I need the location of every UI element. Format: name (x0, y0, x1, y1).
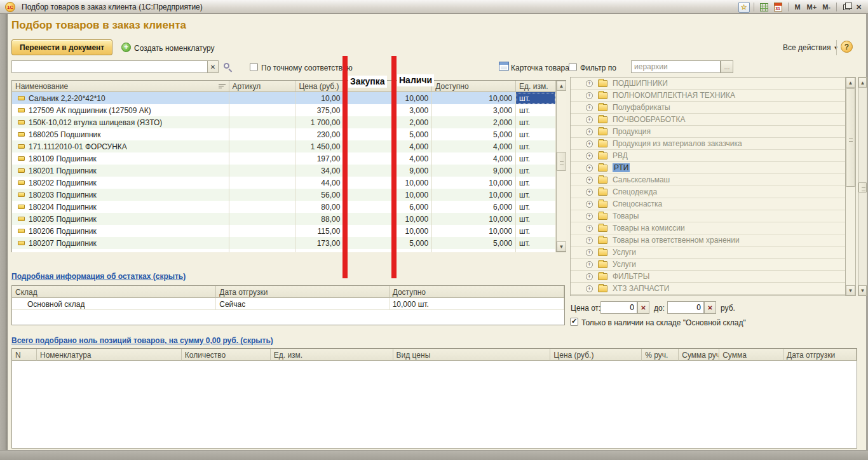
restore-window-button[interactable] (841, 2, 851, 13)
table-row[interactable]: 180202 Подшипник44,0010,00010,000шт. (12, 177, 556, 189)
column-header[interactable]: Количество (182, 349, 271, 361)
column-header[interactable]: % руч. (642, 349, 679, 361)
tree-scrollbar[interactable]: ▲ ▼ (845, 78, 855, 295)
expand-icon[interactable]: + (586, 140, 593, 147)
search-clear-button[interactable]: ✕ (207, 60, 219, 73)
expand-icon[interactable]: + (586, 273, 593, 280)
tree-item[interactable]: +Услуги (571, 247, 855, 259)
column-header[interactable]: Сумма руч. (679, 349, 719, 361)
column-header[interactable]: Ед. изм. (271, 349, 393, 361)
expand-icon[interactable]: + (586, 116, 593, 123)
selection-summary-link[interactable]: Всего подобрано ноль позиций товаров, на… (11, 336, 273, 345)
close-button[interactable]: ✕ (853, 2, 864, 13)
table-row[interactable]: 1680205 Подшипник230,005,0005,000шт. (12, 128, 556, 140)
column-header[interactable]: Номенклатура (37, 349, 182, 361)
price-from-clear-button[interactable]: ✕ (637, 301, 649, 314)
tree-item[interactable]: +Полуфабрикаты (571, 102, 855, 114)
column-header[interactable]: Ед. изм. (516, 81, 556, 92)
all-actions-button[interactable]: Все действия ▼ (783, 43, 838, 52)
create-nomenclature-button[interactable]: Создать номенклатуру (134, 44, 215, 53)
hierarchy-input[interactable] (631, 60, 721, 73)
tree-item[interactable]: +Спецоснастка (571, 198, 855, 210)
price-to-clear-button[interactable]: ✕ (704, 301, 716, 314)
table-row[interactable]: 180206 Подшипник115,0010,00010,000шт. (12, 225, 556, 237)
table-row[interactable] (12, 249, 556, 252)
calculator-button[interactable] (758, 2, 770, 13)
column-header[interactable]: Доступно (432, 81, 516, 92)
column-header[interactable]: Цена (руб.) (295, 81, 344, 92)
tree-item[interactable]: +Сальсксельмаш (571, 174, 855, 186)
tree-item[interactable]: +ФИЛЬТРЫ (571, 271, 855, 283)
panel-scrollbar[interactable]: ▲ ▼ (858, 77, 867, 296)
expand-icon[interactable]: + (586, 177, 593, 184)
products-scrollbar[interactable]: ▲ ▼ (556, 81, 566, 252)
expand-icon[interactable]: + (586, 285, 593, 292)
search-input[interactable] (11, 60, 208, 73)
column-header[interactable]: Вид цены (393, 349, 551, 361)
table-row[interactable]: 180204 Подшипник80,006,0006,000шт. (12, 201, 556, 213)
scroll-thumb[interactable] (557, 152, 566, 171)
search-icon[interactable] (223, 62, 233, 72)
transfer-to-document-button[interactable]: Перенести в документ (11, 39, 112, 55)
scroll-thumb[interactable] (858, 182, 867, 193)
expand-icon[interactable]: + (586, 201, 593, 208)
tree-item[interactable]: +РТИ (571, 162, 855, 174)
tree-item[interactable]: +РВД (571, 150, 855, 162)
scroll-up-button[interactable]: ▲ (557, 81, 566, 91)
product-card-button[interactable]: Карточка товара (511, 64, 569, 72)
column-header[interactable]: Сумма (719, 349, 783, 361)
expand-icon[interactable]: + (586, 237, 593, 244)
expand-icon[interactable]: + (586, 249, 593, 256)
scroll-up-button[interactable]: ▲ (846, 78, 855, 88)
tree-item[interactable]: +Товары на ответственном хранении (571, 234, 855, 247)
scroll-up-button[interactable]: ▲ (858, 78, 867, 88)
tree-item[interactable]: +ПОЧВООБРАБОТКА (571, 114, 855, 126)
column-header[interactable]: N (12, 349, 37, 361)
column-header[interactable]: Наименование (12, 81, 229, 92)
table-row[interactable]: 180109 Подшипник197,004,0004,000шт. (12, 152, 556, 165)
expand-icon[interactable]: + (586, 152, 593, 159)
memory-minus-button[interactable]: M- (820, 2, 832, 13)
product-card-icon[interactable] (499, 62, 509, 71)
column-header[interactable]: Доступно (390, 286, 564, 298)
tree-item[interactable]: +Товары на комиссии (571, 222, 855, 234)
exact-match-checkbox[interactable] (250, 63, 258, 71)
scroll-down-button[interactable]: ▼ (846, 285, 855, 295)
column-header[interactable]: Артикул (229, 81, 296, 92)
scroll-down-button[interactable]: ▼ (858, 285, 867, 295)
table-row[interactable]: 180201 Подшипник34,009,0009,000шт. (12, 165, 556, 177)
calendar-button[interactable]: 31 (772, 2, 784, 13)
memory-plus-button[interactable]: M+ (805, 2, 819, 13)
price-to-input[interactable] (667, 301, 704, 314)
expand-icon[interactable]: + (586, 80, 593, 87)
expand-icon[interactable]: + (586, 92, 593, 99)
tree-item[interactable]: + (571, 295, 855, 296)
price-from-input[interactable] (600, 301, 637, 314)
tree-item[interactable]: +ПОДШИПНИКИ (571, 78, 855, 90)
column-header[interactable]: Дата отгрузки (783, 349, 857, 361)
expand-icon[interactable]: + (586, 213, 593, 220)
memory-button[interactable]: M (792, 2, 803, 13)
tree-item[interactable]: +Услуги (571, 259, 855, 271)
expand-icon[interactable]: + (586, 104, 593, 111)
filter-by-checkbox[interactable] (569, 63, 577, 71)
expand-icon[interactable]: + (586, 261, 593, 268)
expand-icon[interactable]: + (586, 165, 593, 172)
stock-info-link[interactable]: Подробная информация об остатках (скрыть… (11, 272, 186, 281)
table-row[interactable]: 180203 Подшипник56,0010,00010,000шт. (12, 189, 556, 201)
column-header[interactable]: Склад (12, 286, 216, 298)
expand-icon[interactable]: + (586, 189, 593, 196)
scroll-thumb[interactable] (846, 88, 855, 187)
tree-item[interactable]: +Продукция из материалов заказчика (571, 138, 855, 150)
table-row[interactable]: 127509 АК подшипник (127509 АК)375,003,0… (12, 104, 556, 116)
only-in-stock-checkbox[interactable] (570, 318, 578, 326)
help-button[interactable]: ? (841, 41, 853, 53)
tree-item[interactable]: +ХТЗ ЗАПЧАСТИ (571, 283, 855, 295)
tree-item[interactable]: +ПОЛНОКОМПЛЕКТНАЯ ТЕХНИКА (571, 90, 855, 102)
table-row[interactable]: 180207 Подшипник173,005,0005,000шт. (12, 237, 556, 249)
expand-icon[interactable]: + (586, 128, 593, 135)
table-row[interactable]: Основной складСейчас10,000 шт. (12, 298, 564, 310)
hierarchy-ellipsis-button[interactable]: ... (721, 60, 733, 73)
table-row[interactable]: Сальник 2,2-20*42*1010,0010,00010,000шт. (12, 92, 556, 104)
create-plus-icon[interactable]: + (121, 43, 131, 52)
